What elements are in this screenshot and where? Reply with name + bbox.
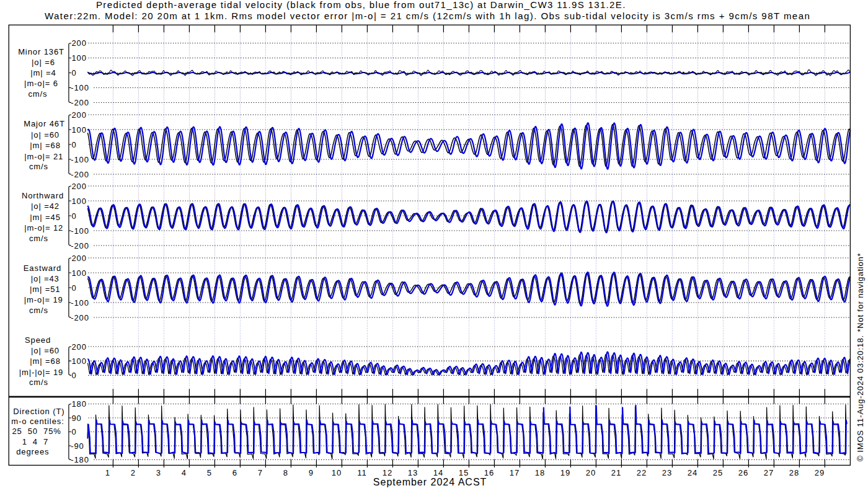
svg-text:|m-o|= 6: |m-o|= 6 <box>24 79 58 88</box>
svg-text:19: 19 <box>560 468 570 477</box>
svg-text:-90: -90 <box>71 441 84 451</box>
svg-text:|o| =42: |o| =42 <box>31 202 60 211</box>
svg-text:200: 200 <box>71 38 86 48</box>
svg-text:|m| =68: |m| =68 <box>30 356 61 366</box>
svg-text:© IMOS 11-Aug-2024 03:20:18. *: © IMOS 11-Aug-2024 03:20:18. *Not for na… <box>856 253 865 462</box>
svg-text:Predicted depth-average tidal: Predicted depth-average tidal velocity (… <box>96 0 626 10</box>
svg-text:24: 24 <box>688 468 698 477</box>
svg-text:200: 200 <box>71 110 86 120</box>
svg-text:25 50 75%: 25 50 75% <box>12 427 61 436</box>
svg-text:-200: -200 <box>71 241 89 250</box>
svg-text:11: 11 <box>357 468 366 477</box>
svg-text:|o| =6: |o| =6 <box>32 58 55 67</box>
svg-text:200: 200 <box>71 182 86 191</box>
svg-text:100: 100 <box>71 125 86 135</box>
svg-text:Direction (T): Direction (T) <box>13 407 64 416</box>
svg-text:20: 20 <box>586 468 596 477</box>
svg-text:cm/s: cm/s <box>28 89 47 99</box>
svg-text:18: 18 <box>535 468 545 477</box>
svg-text:|m-o|= 12: |m-o|= 12 <box>24 223 63 232</box>
svg-text:4: 4 <box>182 468 187 477</box>
svg-text:3: 3 <box>156 468 161 477</box>
svg-text:cm/s: cm/s <box>29 378 48 387</box>
svg-text:28: 28 <box>789 468 799 477</box>
svg-text:0: 0 <box>71 283 76 293</box>
svg-text:|o| =60: |o| =60 <box>31 130 60 140</box>
svg-text:0: 0 <box>71 427 76 436</box>
svg-text:1 4 7: 1 4 7 <box>22 437 48 446</box>
svg-text:|m| =51: |m| =51 <box>30 285 61 294</box>
svg-text:100: 100 <box>71 197 86 206</box>
svg-text:25: 25 <box>713 468 723 477</box>
svg-text:September 2024 ACST: September 2024 ACST <box>373 477 487 487</box>
svg-text:200: 200 <box>71 254 86 263</box>
svg-text:23: 23 <box>662 468 672 477</box>
svg-text:100: 100 <box>71 268 86 278</box>
svg-text:21: 21 <box>611 468 621 477</box>
svg-text:|m-o|= 21: |m-o|= 21 <box>24 152 63 161</box>
svg-text:26: 26 <box>738 468 748 477</box>
svg-text:8: 8 <box>283 468 288 477</box>
svg-text:Eastward: Eastward <box>24 264 61 273</box>
svg-text:0: 0 <box>71 68 76 78</box>
svg-text:Water:22m. Model: 20 20m at 1: Water:22m. Model: 20 20m at 1 1km. Rms m… <box>45 11 810 21</box>
svg-text:17: 17 <box>510 468 520 477</box>
svg-text:0: 0 <box>71 211 76 221</box>
svg-text:-180: -180 <box>71 455 89 464</box>
svg-text:0: 0 <box>71 140 76 149</box>
svg-text:90: 90 <box>71 414 81 423</box>
svg-text:-200: -200 <box>71 313 89 322</box>
svg-text:-100: -100 <box>71 298 89 308</box>
svg-text:-100: -100 <box>71 226 89 236</box>
svg-text:2: 2 <box>131 468 136 477</box>
svg-text:|m| =45: |m| =45 <box>30 213 61 222</box>
svg-text:9: 9 <box>309 468 314 477</box>
svg-text:-100: -100 <box>71 155 89 164</box>
svg-text:0: 0 <box>71 371 76 380</box>
svg-text:|o| =60: |o| =60 <box>31 346 60 355</box>
svg-text:-200: -200 <box>71 98 89 107</box>
svg-text:cm/s: cm/s <box>29 234 48 243</box>
svg-text:|o| =43: |o| =43 <box>31 274 60 283</box>
svg-text:10: 10 <box>332 468 342 477</box>
svg-text:degrees: degrees <box>16 447 49 456</box>
svg-text:cm/s: cm/s <box>29 306 48 315</box>
svg-text:5: 5 <box>207 468 212 477</box>
svg-text:100: 100 <box>71 53 86 63</box>
svg-text:Speed: Speed <box>25 335 51 345</box>
svg-text:m-o centiles:: m-o centiles: <box>11 417 64 426</box>
svg-text:180: 180 <box>71 399 86 409</box>
svg-text:Major 46T: Major 46T <box>24 119 65 128</box>
svg-text:100: 100 <box>71 356 86 366</box>
svg-text:|m| =4: |m| =4 <box>30 68 56 78</box>
svg-text:Minor 136T: Minor 136T <box>18 47 64 56</box>
svg-text:-100: -100 <box>71 83 89 92</box>
svg-text:29: 29 <box>815 468 825 477</box>
svg-text:6: 6 <box>232 468 237 477</box>
svg-text:1: 1 <box>105 468 110 477</box>
svg-text:|m-o|= 19: |m-o|= 19 <box>24 295 63 304</box>
svg-text:200: 200 <box>71 342 86 352</box>
svg-text:cm/s: cm/s <box>29 162 48 171</box>
svg-text:7: 7 <box>258 468 263 477</box>
svg-text:22: 22 <box>637 468 647 477</box>
svg-text:|m| =68: |m| =68 <box>30 141 61 150</box>
svg-text:Northward: Northward <box>22 191 64 200</box>
svg-text:-200: -200 <box>71 170 89 179</box>
svg-text:27: 27 <box>764 468 774 477</box>
svg-text:|m|-|o|= 19: |m|-|o|= 19 <box>19 368 63 377</box>
